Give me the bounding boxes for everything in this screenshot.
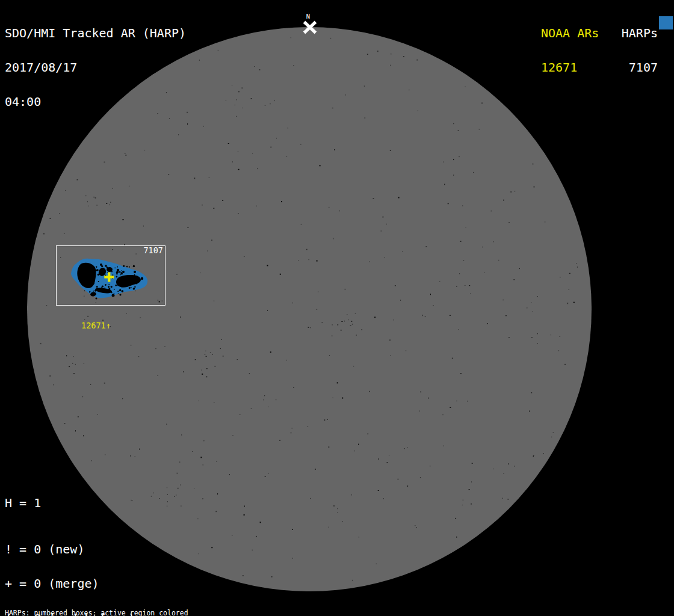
date-label: 2017/08/17 (5, 62, 186, 73)
legend-item-new: ! = 0 (new) (5, 544, 143, 555)
noaa-counter: NOAA ARs 12671 (541, 5, 599, 96)
harps-value: 7107 (621, 62, 658, 73)
noaa-ar-number-label: 12671↑ (81, 321, 111, 330)
footer-line-harps: HARPs: numbered boxes; active region col… (5, 609, 247, 616)
legend-item-merge: + = 0 (merge) (5, 578, 143, 590)
north-label: N (303, 13, 314, 20)
harp-full-disk-visualization: SDO/HMI Tracked AR (HARP) 2017/08/17 04:… (0, 0, 674, 616)
noaa-ars-heading: NOAA ARs (541, 28, 599, 39)
harps-heading: HARPs (621, 28, 658, 39)
harp-number-label: 7107 (143, 247, 163, 254)
harps-counter: HARPs 7107 (621, 5, 658, 96)
footer-caption: HARPs: numbered boxes; active region col… (5, 594, 247, 616)
legend-h-count: H = 1 (5, 497, 41, 509)
time-label: 04:00 (5, 96, 186, 108)
harp-tracking-box: 7107 (56, 245, 165, 306)
noaa-ars-value: 12671 (541, 62, 599, 73)
header: SDO/HMI Tracked AR (HARP) 2017/08/17 04:… (5, 5, 186, 131)
page-title: SDO/HMI Tracked AR (HARP) (5, 28, 186, 39)
harps-color-swatch-icon (659, 16, 673, 29)
